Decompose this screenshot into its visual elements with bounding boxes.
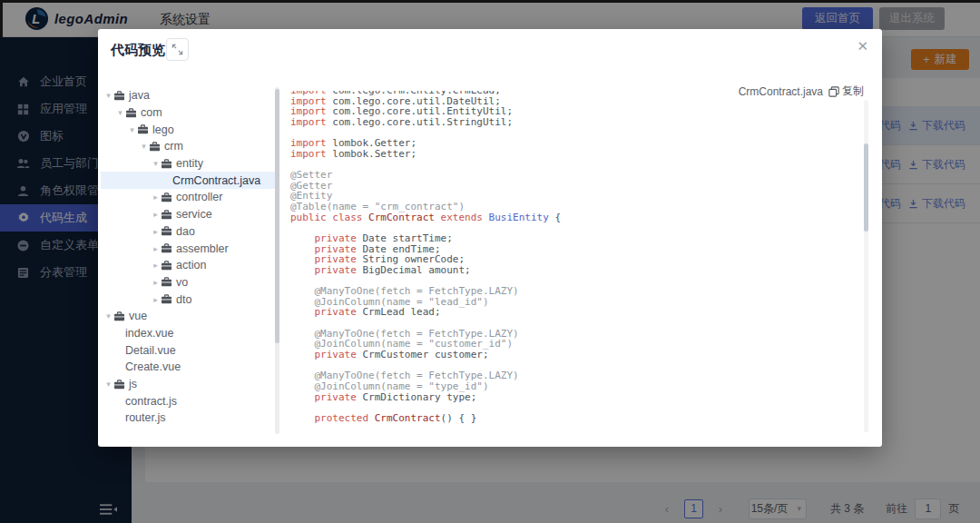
code-line: @Getter	[290, 181, 858, 192]
app-window: L legoAdmin 系统设置 返回首页 退出系统 企业首页应用管理图标员工与…	[0, 0, 980, 523]
code-line: private BigDecimal amount;	[290, 265, 858, 276]
folder-icon	[113, 91, 125, 101]
folder-icon	[161, 226, 172, 236]
tree-node-label: assembler	[176, 242, 229, 255]
tree-node-js[interactable]: ▾js	[101, 376, 275, 393]
tree-node-label: com	[141, 106, 162, 119]
tree-node-controller[interactable]: ▸controller	[101, 189, 275, 206]
folder-icon	[161, 192, 172, 202]
code-line: public class CrmContract extends BusiEnt…	[290, 212, 858, 223]
caret-right-icon[interactable]: ▸	[151, 295, 161, 304]
tree-node-detail-vue[interactable]: Detail.vue	[101, 341, 275, 359]
tree-node-label: CrmContract.java	[172, 174, 260, 187]
folder-icon	[161, 261, 172, 271]
tree-node-lego[interactable]: ▾lego	[101, 121, 275, 138]
tree-node-label: router.js	[125, 411, 165, 424]
tree-node-dao[interactable]: ▸dao	[101, 223, 275, 241]
close-icon[interactable]: ✕	[857, 38, 868, 54]
folder-icon	[161, 294, 172, 304]
folder-icon	[161, 159, 172, 169]
tree-node-label: java	[129, 89, 150, 102]
folder-icon	[113, 380, 125, 390]
tree-node-dto[interactable]: ▸dto	[101, 291, 275, 308]
caret-down-icon[interactable]: ▾	[103, 91, 113, 100]
caret-right-icon[interactable]: ▸	[151, 192, 161, 202]
caret-down-icon[interactable]: ▾	[127, 125, 137, 134]
tree-node-java[interactable]: ▾java	[101, 87, 275, 104]
code-line: private CrmDictionary type;	[290, 392, 858, 403]
folder-icon	[113, 311, 125, 321]
tree-node-label: contract.js	[125, 395, 177, 408]
code-line: @Setter	[290, 170, 858, 181]
expand-arrows-icon	[172, 44, 183, 55]
tree-node-label: vo	[176, 276, 188, 289]
code-block: import com.lego.crm.entity.CrmLead;impor…	[290, 91, 858, 424]
tree-node-label: dto	[176, 293, 191, 306]
tree-node-crmcontract-java[interactable]: CrmContract.java	[101, 172, 275, 189]
tree-node-label: crm	[164, 140, 183, 153]
tree-node-label: lego	[152, 123, 174, 136]
tree-node-index-vue[interactable]: index.vue	[101, 325, 275, 342]
tree-node-label: service	[176, 208, 212, 221]
tree-node-assembler[interactable]: ▸assembler	[101, 240, 275, 257]
tree-node-router-js[interactable]: router.js	[101, 410, 275, 427]
tree-node-vue[interactable]: ▾vue	[101, 308, 275, 325]
folder-icon	[161, 210, 172, 220]
tree-node-label: action	[176, 259, 206, 271]
caret-down-icon[interactable]: ▾	[103, 311, 113, 321]
folder-icon	[125, 108, 137, 118]
tree-node-label: vue	[129, 310, 147, 322]
tree-node-label: entity	[176, 157, 203, 170]
tree-node-create-vue[interactable]: Create.vue	[101, 359, 275, 376]
fullscreen-toggle-button[interactable]	[166, 38, 189, 61]
caret-down-icon[interactable]: ▾	[103, 380, 113, 389]
caret-right-icon[interactable]: ▸	[151, 278, 161, 287]
tree-node-crm[interactable]: ▾crm	[101, 138, 275, 155]
folder-icon	[137, 124, 149, 134]
code-line: private CrmLead lead;	[290, 307, 858, 318]
caret-down-icon[interactable]: ▾	[139, 142, 149, 151]
modal-title: 代码预览	[111, 42, 165, 59]
code-scrollbar-thumb[interactable]	[864, 143, 868, 232]
tree-node-contract-js[interactable]: contract.js	[101, 392, 275, 410]
code-line: import lombok.Setter;	[290, 149, 858, 160]
code-line: import com.lego.core.util.StringUtil;	[290, 117, 858, 128]
tree-node-com[interactable]: ▾com	[101, 104, 275, 122]
caret-down-icon[interactable]: ▾	[151, 159, 161, 168]
code-line: protected CrmContract() { }	[290, 413, 858, 424]
tree-node-vo[interactable]: ▸vo	[101, 274, 275, 291]
code-line: private CrmCustomer customer;	[290, 350, 858, 360]
code-preview-modal: 代码预览 ✕ CrmContract.java 复制 ▾java▾com▾leg…	[98, 29, 882, 447]
tree-node-label: controller	[176, 191, 222, 203]
caret-right-icon[interactable]: ▸	[151, 210, 161, 219]
tree-node-label: Create.vue	[125, 360, 181, 373]
caret-right-icon[interactable]: ▸	[151, 261, 161, 270]
tree-node-service[interactable]: ▸service	[101, 206, 275, 223]
code-line	[290, 159, 858, 170]
code-viewer: import com.lego.crm.entity.CrmLead;impor…	[290, 91, 858, 429]
file-tree: ▾java▾com▾lego▾crm▾entityCrmContract.jav…	[101, 87, 275, 429]
tree-node-action[interactable]: ▸action	[101, 257, 275, 274]
tree-node-label: js	[129, 378, 137, 390]
folder-icon	[161, 243, 172, 253]
tree-node-entity[interactable]: ▾entity	[101, 155, 275, 173]
tree-scrollbar-thumb[interactable]	[275, 89, 279, 343]
folder-icon	[149, 142, 161, 152]
tree-node-label: Detail.vue	[125, 344, 176, 357]
caret-down-icon[interactable]: ▾	[115, 108, 125, 117]
caret-right-icon[interactable]: ▸	[151, 244, 161, 253]
folder-icon	[161, 277, 172, 287]
caret-right-icon[interactable]: ▸	[151, 227, 161, 236]
tree-node-label: dao	[176, 225, 195, 238]
tree-node-label: index.vue	[125, 327, 174, 340]
